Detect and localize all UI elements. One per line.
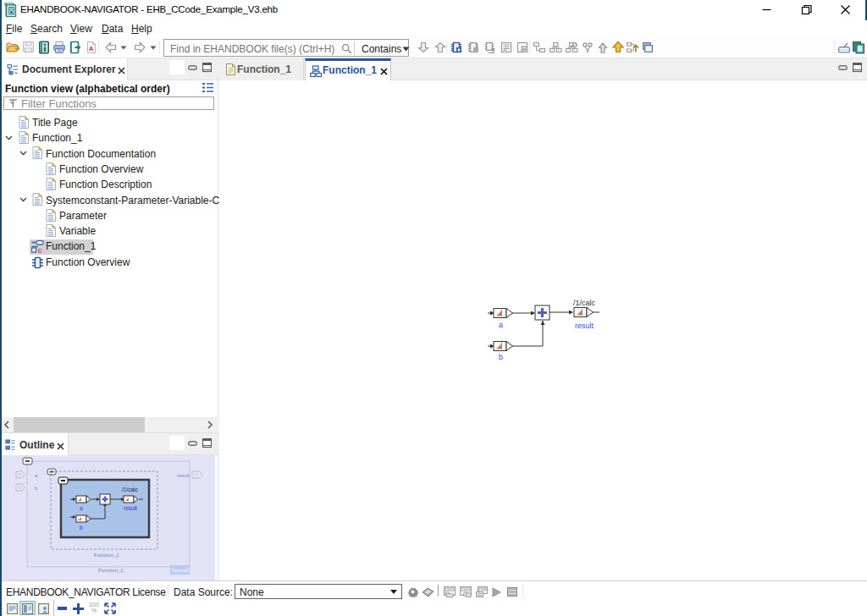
svg-text:Function_1: Function_1 — [94, 553, 119, 558]
svg-text:b: b — [80, 525, 83, 531]
svg-text:/1/calc: /1/calc — [122, 487, 139, 492]
svg-text:result: result — [124, 505, 137, 511]
svg-text:a: a — [499, 321, 503, 329]
svg-text:c: c — [38, 246, 42, 253]
svg-text:A: A — [89, 45, 94, 52]
svg-text:b: b — [499, 353, 503, 361]
svg-text:a: a — [80, 505, 83, 511]
svg-text:result: result — [575, 322, 594, 330]
svg-text:result: result — [177, 473, 190, 478]
svg-text:Function_1: Function_1 — [98, 568, 124, 573]
svg-text:/1/calc: /1/calc — [573, 299, 596, 307]
svg-text:Normal: Normal — [172, 567, 189, 573]
